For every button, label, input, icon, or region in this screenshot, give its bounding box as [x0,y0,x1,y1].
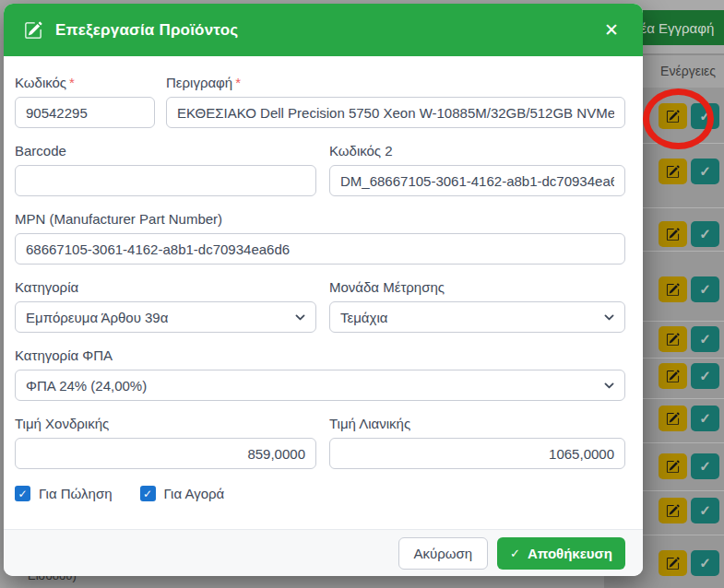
description-label: Περιγραφή* [166,75,625,90]
edit-product-modal: Επεξεργασία Προϊόντος ✕ Κωδικός* Περιγρα… [4,4,643,576]
checkbox-check-icon: ✓ [140,486,156,501]
row-edit-button[interactable] [659,453,687,479]
row-confirm-button[interactable]: ✓ [691,276,719,302]
row-edit-button[interactable] [659,406,687,431]
edit-icon [666,504,680,518]
edit-icon [666,110,680,123]
row-confirm-button[interactable]: ✓ [691,453,719,479]
unit-label: Μονάδα Μέτρησης [329,279,625,295]
row-confirm-button[interactable]: ✓ [691,406,719,431]
edit-icon [666,165,680,179]
row-separator [643,490,724,491]
barcode-input[interactable] [15,165,316,196]
row-separator [643,358,724,359]
row-edit-button[interactable] [659,326,687,352]
barcode-label: Barcode [15,143,316,159]
screen: Νέα Εγγραφή Ενέργειες ✓ ✓ ✓ ✓ ✓ [0,0,724,588]
check-icon: ✓ [699,281,711,298]
check-icon: ✓ [699,502,711,519]
edit-icon [666,370,680,383]
wholesale-price-label: Τιμή Χονδρικής [15,416,316,431]
row-confirm-button[interactable]: ✓ [691,550,719,576]
row-edit-button[interactable] [659,498,687,523]
row-edit-button[interactable] [659,550,687,576]
edit-icon [666,283,680,297]
row-edit-button[interactable] [659,276,687,302]
code2-input[interactable] [329,165,625,196]
description-input[interactable] [166,97,625,128]
category-select[interactable]: Εμπόρευμα Άρθου 39α [15,301,316,333]
edit-icon [666,110,680,123]
check-icon: ✓ [699,410,711,427]
row-confirm-button[interactable]: ✓ [691,326,719,352]
check-icon: ✓ [699,331,711,347]
cancel-button[interactable]: Ακύρωση [398,537,489,570]
row-edit-button[interactable] [659,363,687,389]
code-input[interactable] [15,97,155,128]
row-confirm-button[interactable]: ✓ [691,103,719,129]
retail-price-input[interactable] [329,438,625,469]
edit-icon [666,333,680,347]
edit-icon [666,283,680,297]
required-asterisk: * [69,75,75,90]
modal-body: Κωδικός* Περιγραφή* Barcode Κωδικός 2 [4,56,643,501]
for-purchase-checkbox[interactable]: ✓ Για Αγορά [140,486,225,501]
mpn-label: MPN (Manufacturer Part Number) [15,211,625,227]
save-button[interactable]: ✓ Αποθήκευση [497,537,625,570]
vat-label: Κατηγορία ΦΠΑ [15,347,625,363]
row-confirm-button[interactable]: ✓ [691,221,719,247]
row-edit-button[interactable] [659,103,687,129]
chevron-down-icon [294,312,306,323]
close-icon[interactable]: ✕ [600,18,623,42]
edit-icon [666,333,680,347]
edit-icon [666,165,680,179]
chevron-down-icon [603,380,615,392]
for-purchase-label: Για Αγορά [164,486,225,501]
row-separator [643,321,724,322]
edit-icon [666,412,680,426]
edit-icon [24,21,42,40]
unit-select[interactable]: Τεμάχια [329,301,625,333]
edit-icon [666,228,680,241]
row-confirm-button[interactable]: ✓ [691,159,719,184]
modal-title: Επεξεργασία Προϊόντος [55,21,238,40]
retail-price-label: Τιμή Λιανικής [329,416,625,431]
for-sale-label: Για Πώληση [39,486,113,501]
row-edit-button[interactable] [659,159,687,184]
check-icon: ✓ [699,226,711,242]
edit-icon [24,21,42,40]
category-label: Κατηγορία [15,279,316,295]
edit-icon [666,370,680,383]
row-separator [643,442,724,443]
edit-icon [666,460,680,474]
wholesale-price-input[interactable] [15,438,316,469]
code2-label: Κωδικός 2 [329,143,625,159]
row-edit-button[interactable] [659,221,687,247]
row-separator [643,143,724,144]
row-separator [643,398,724,399]
required-asterisk: * [235,75,241,90]
check-icon: ✓ [699,458,711,475]
modal-footer: Ακύρωση ✓ Αποθήκευση [4,529,643,576]
check-icon: ✓ [699,108,711,124]
check-icon: ✓ [510,547,520,560]
check-icon: ✓ [699,368,711,384]
edit-icon [666,228,680,241]
code-label: Κωδικός* [15,75,155,90]
mpn-input[interactable] [15,233,625,265]
chevron-down-icon [603,312,615,323]
row-separator [643,251,724,252]
edit-icon [666,460,680,474]
modal-header: Επεξεργασία Προϊόντος ✕ [4,4,643,56]
checkbox-check-icon: ✓ [15,486,30,501]
edit-icon [666,557,680,570]
vat-select[interactable]: ΦΠΑ 24% (24,00%) [15,370,625,401]
row-confirm-button[interactable]: ✓ [691,498,719,523]
check-icon: ✓ [699,555,711,571]
save-button-label: Αποθήκευση [528,546,612,561]
row-separator [643,207,724,208]
edit-icon [666,504,680,518]
for-sale-checkbox[interactable]: ✓ Για Πώληση [15,486,113,501]
row-confirm-button[interactable]: ✓ [691,363,719,389]
check-icon: ✓ [699,163,711,180]
